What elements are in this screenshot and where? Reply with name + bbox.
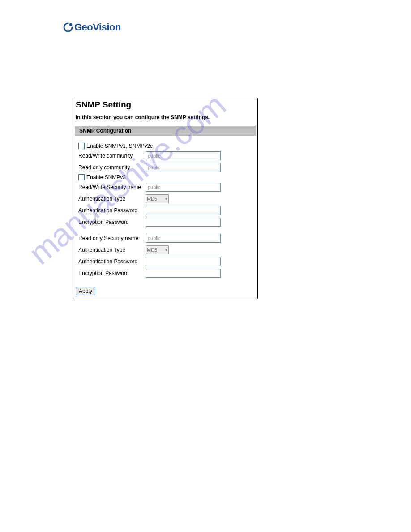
svg-point-0 xyxy=(69,23,72,26)
rw-secname-label: Read/Write Security name xyxy=(78,184,146,190)
snmp-settings-panel: SNMP Setting In this section you can con… xyxy=(73,98,258,299)
rw-authtype-select[interactable]: MD5 ▾ xyxy=(146,194,169,203)
rw-authtype-row: Authentication Type MD5 ▾ xyxy=(78,194,256,204)
rw-authtype-value: MD5 xyxy=(147,196,157,202)
panel-title: SNMP Setting xyxy=(76,100,256,110)
enable-snmpv3-checkbox[interactable] xyxy=(78,174,85,180)
ro-authtype-row: Authentication Type MD5 ▾ xyxy=(78,245,256,255)
rw-encpwd-input[interactable] xyxy=(146,218,221,227)
rw-authpwd-label: Authentication Password xyxy=(78,207,146,214)
snmp-form: Enable SNMPv1, SNMPv2c Read/Write commun… xyxy=(75,143,256,278)
ro-authpwd-input[interactable] xyxy=(146,257,221,266)
ro-authtype-select[interactable]: MD5 ▾ xyxy=(146,245,169,254)
rw-encpwd-row: Encryption Password xyxy=(78,217,256,227)
rw-encpwd-label: Encryption Password xyxy=(78,219,146,225)
ro-secname-input[interactable] xyxy=(146,234,221,243)
section-header: SNMP Configuration xyxy=(75,126,256,136)
rw-community-label: Read/Write community xyxy=(78,153,146,159)
enable-snmpv3-row: Enable SNMPv3 xyxy=(78,174,256,180)
ro-community-row: Read only community xyxy=(78,163,256,172)
rw-secname-row: Read/Write Security name xyxy=(78,182,256,192)
rw-secname-input[interactable] xyxy=(146,183,221,192)
ro-secname-label: Read only Security name xyxy=(78,235,146,241)
ro-authtype-label: Authentication Type xyxy=(78,247,146,253)
ro-encpwd-row: Encryption Password xyxy=(78,268,256,278)
panel-subtitle: In this section you can configure the SN… xyxy=(76,114,256,120)
enable-snmpv1v2c-checkbox[interactable] xyxy=(78,143,85,149)
logo-text: GeoVision xyxy=(74,21,121,33)
ro-encpwd-input[interactable] xyxy=(146,269,221,278)
ro-community-label: Read only community xyxy=(78,164,146,171)
ro-secname-row: Read only Security name xyxy=(78,233,256,243)
rw-community-row: Read/Write community xyxy=(78,151,256,161)
ro-authpwd-label: Authentication Password xyxy=(78,258,146,265)
rw-community-input[interactable] xyxy=(146,151,221,160)
rw-authpwd-input[interactable] xyxy=(146,206,221,215)
enable-snmpv1v2c-label: Enable SNMPv1, SNMPv2c xyxy=(86,143,153,149)
ro-encpwd-label: Encryption Password xyxy=(78,270,146,276)
rw-authpwd-row: Authentication Password xyxy=(78,206,256,215)
apply-button[interactable]: Apply xyxy=(76,287,95,295)
enable-snmpv3-label: Enable SNMPv3 xyxy=(86,174,126,180)
enable-snmpv1v2c-row: Enable SNMPv1, SNMPv2c xyxy=(78,143,256,149)
chevron-down-icon: ▾ xyxy=(165,197,167,201)
ro-authpwd-row: Authentication Password xyxy=(78,257,256,266)
ro-community-input[interactable] xyxy=(146,163,221,172)
chevron-down-icon: ▾ xyxy=(165,248,167,252)
rw-authtype-label: Authentication Type xyxy=(78,196,146,202)
ro-authtype-value: MD5 xyxy=(147,247,157,253)
logo-icon xyxy=(63,22,73,33)
brand-logo: GeoVision xyxy=(63,21,121,33)
